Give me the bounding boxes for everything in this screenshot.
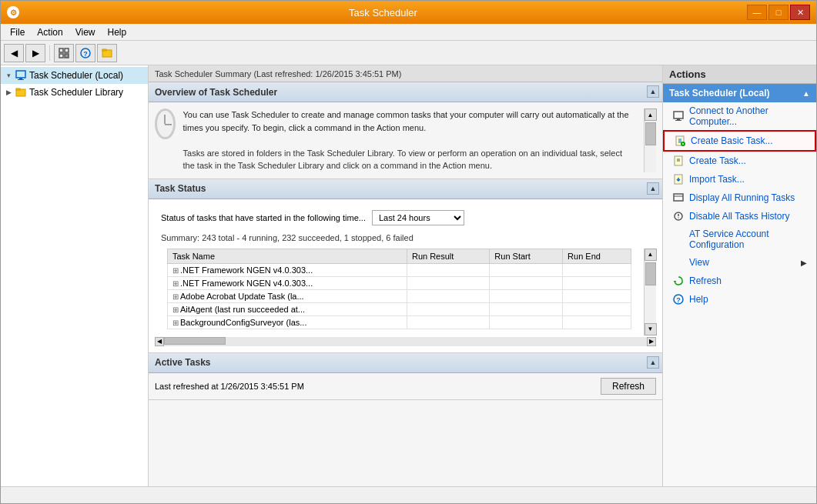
refresh-bar: Last refreshed at 1/26/2015 3:45:51 PM R…: [149, 373, 662, 399]
active-tasks-collapse-btn[interactable]: ▲: [647, 356, 659, 369]
menu-help[interactable]: Help: [102, 25, 133, 39]
minimize-button[interactable]: —: [747, 5, 767, 20]
expand-icon-library[interactable]: ▶: [4, 88, 13, 97]
disable-history-icon: [672, 210, 685, 222]
action-connect[interactable]: Connect to Another Computer...: [663, 102, 816, 130]
help-button[interactable]: ?: [75, 44, 95, 62]
action-refresh[interactable]: Refresh: [663, 272, 816, 290]
main-content: ▾ Task Scheduler (Local) ▶ Task Schedule…: [1, 65, 816, 486]
tree-item-local[interactable]: ▾ Task Scheduler (Local): [1, 67, 148, 84]
table-row[interactable]: ⊞Adobe Acrobat Update Task (la...: [168, 289, 631, 302]
table-scroll-up[interactable]: ▲: [645, 249, 657, 261]
action-display-running[interactable]: Display All Running Tasks: [663, 189, 816, 207]
svg-rect-1: [65, 48, 69, 52]
maximize-button[interactable]: □: [768, 5, 789, 20]
table-scroll-thumb[interactable]: [645, 262, 656, 285]
at-service-icon: [672, 233, 685, 245]
connect-icon: [672, 110, 685, 122]
svg-text:?: ?: [676, 296, 681, 304]
overview-section: Overview of Task Scheduler ▲ You can use…: [149, 82, 662, 179]
action-help[interactable]: ? Help: [663, 290, 816, 309]
display-running-label: Display All Running Tasks: [689, 192, 795, 203]
menu-view[interactable]: View: [69, 25, 102, 39]
forward-button[interactable]: ▶: [25, 44, 45, 62]
overview-text: You can use Task Scheduler to create and…: [183, 108, 636, 172]
center-main: Overview of Task Scheduler ▲ You can use…: [149, 82, 662, 486]
create-basic-icon: [674, 135, 686, 147]
col-run-result: Run Result: [407, 249, 489, 263]
action-view[interactable]: View ▶: [663, 253, 816, 272]
scroll-thumb[interactable]: [645, 122, 656, 145]
main-window: ⚙ Task Scheduler — □ ✕ File Action View …: [0, 0, 817, 504]
action-import[interactable]: Import Task...: [663, 170, 816, 189]
menu-action[interactable]: Action: [31, 25, 69, 39]
overview-section-header[interactable]: Overview of Task Scheduler ▲: [149, 82, 662, 102]
status-bar: [1, 486, 816, 503]
view-toggle-button[interactable]: [54, 44, 74, 62]
svg-rect-3: [65, 54, 69, 58]
overview-body: You can use Task Scheduler to create and…: [149, 102, 662, 179]
actions-collapse-btn[interactable]: ▲: [802, 89, 810, 98]
status-filter-row: Status of tasks that have started in the…: [155, 205, 656, 230]
table-row[interactable]: ⊞.NET Framework NGEN v4.0.303...: [168, 276, 631, 289]
refresh-label: Refresh: [689, 275, 722, 286]
time-filter-dropdown[interactable]: Last 24 hours Last Hour Last 7 Days Last…: [372, 210, 464, 225]
svg-rect-28: [674, 194, 683, 201]
svg-rect-8: [16, 71, 25, 78]
svg-rect-9: [19, 78, 22, 79]
right-panel: Actions Task Scheduler (Local) ▲ Connect…: [662, 65, 816, 486]
refresh-button[interactable]: Refresh: [601, 378, 656, 395]
overview-collapse-btn[interactable]: ▲: [647, 85, 659, 98]
close-button[interactable]: ✕: [790, 5, 810, 20]
view-submenu-arrow: ▶: [801, 259, 807, 267]
task-status-header[interactable]: Task Status ▲: [149, 179, 662, 199]
svg-rect-2: [59, 54, 63, 58]
actions-header: Actions: [663, 65, 816, 84]
overview-scrollbar[interactable]: ▲: [644, 108, 656, 172]
help-icon: ?: [672, 293, 685, 305]
table-row[interactable]: ⊞AitAgent (last run succeeded at...: [168, 302, 631, 315]
action-create[interactable]: Create Task...: [663, 152, 816, 170]
toolbar: ◀ ▶ ?: [1, 41, 816, 65]
task-status-collapse-btn[interactable]: ▲: [647, 182, 659, 195]
action-disable-history[interactable]: Disable All Tasks History: [663, 207, 816, 225]
horiz-scroll-thumb[interactable]: [164, 337, 226, 345]
active-tasks-header[interactable]: Active Tasks ▲: [149, 353, 662, 373]
menu-file[interactable]: File: [4, 25, 31, 39]
connect-label: Connect to Another Computer...: [689, 105, 807, 127]
table-scroll-down[interactable]: ▼: [645, 323, 657, 335]
tree-item-library[interactable]: ▶ Task Scheduler Library: [1, 84, 148, 101]
svg-rect-10: [18, 79, 24, 80]
computer-icon: [15, 69, 27, 82]
import-label: Import Task...: [689, 174, 745, 185]
svg-point-32: [678, 217, 678, 218]
folder-icon: [15, 86, 27, 98]
horiz-scroll-right[interactable]: ▶: [647, 337, 656, 346]
left-panel: ▾ Task Scheduler (Local) ▶ Task Schedule…: [1, 65, 149, 486]
horiz-scroll-left[interactable]: ◀: [155, 337, 164, 346]
task-folders-button[interactable]: [97, 44, 117, 62]
task-status-section: Task Status ▲ Status of tasks that have …: [149, 179, 662, 353]
svg-rect-7: [102, 49, 106, 51]
horiz-scroll-track[interactable]: [164, 337, 647, 346]
window-title: Task Scheduler: [19, 7, 747, 18]
scroll-up-arrow[interactable]: ▲: [645, 108, 657, 121]
create-basic-label: Create Basic Task...: [691, 135, 773, 146]
expand-icon-local[interactable]: ▾: [4, 71, 13, 80]
table-row[interactable]: ⊞BackgroundConfigSurveyor (las...: [168, 315, 631, 329]
task-status-body: Status of tasks that have started in the…: [149, 199, 662, 352]
horiz-scroll-area: ◀ ▶: [155, 337, 656, 346]
task-table-scroll[interactable]: Task Name Run Result Run Start Run End: [161, 249, 638, 329]
table-row[interactable]: ⊞.NET Framework NGEN v4.0.303...: [168, 263, 631, 276]
center-panel: Task Scheduler Summary (Last refreshed: …: [149, 65, 662, 486]
tree-label-local: Task Scheduler (Local): [29, 70, 123, 81]
last-refreshed-label: Last refreshed at 1/26/2015 3:45:51 PM: [155, 382, 304, 391]
display-running-icon: [672, 192, 685, 204]
action-create-basic[interactable]: Create Basic Task...: [663, 130, 816, 152]
action-at-service[interactable]: AT Service Account Configuration: [663, 225, 816, 253]
svg-text:?: ?: [83, 50, 88, 58]
svg-rect-14: [677, 118, 680, 120]
table-scrollbar[interactable]: ▲ ▼: [644, 249, 656, 335]
col-run-start: Run Start: [490, 249, 563, 263]
back-button[interactable]: ◀: [4, 44, 24, 62]
